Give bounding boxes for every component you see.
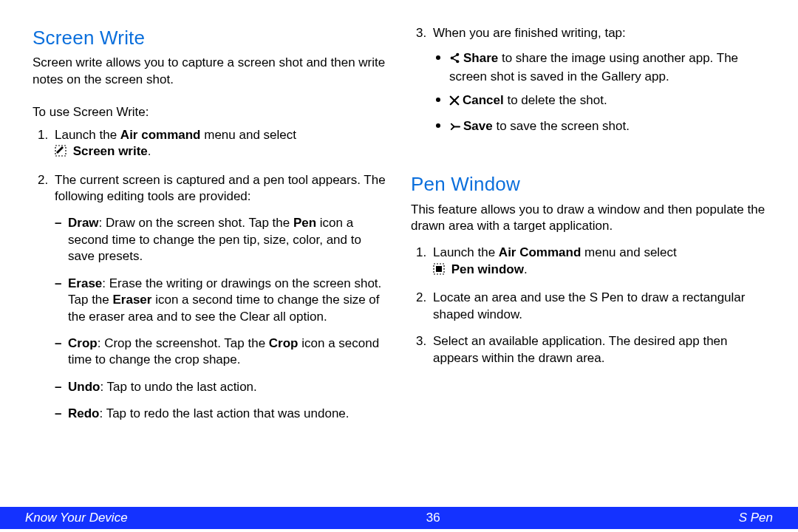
- pw-step1-bold: Air Command: [499, 245, 581, 259]
- footer-left: Know Your Device: [25, 510, 128, 526]
- draw-title: Draw: [68, 216, 99, 230]
- screen-write-step-3: When you are finished writing, tap: S: [430, 25, 765, 136]
- cancel-title: Cancel: [463, 93, 504, 107]
- redo-text: Tap to redo the last action that was und…: [106, 406, 349, 420]
- step2-text: The current screen is captured and a pen…: [55, 173, 386, 203]
- cancel-post: to delete the shot.: [504, 93, 607, 107]
- step3-text: When you are finished writing, tap:: [433, 26, 626, 40]
- tool-redo: Redo: Tap to redo the last action that w…: [55, 406, 387, 422]
- undo-text: Tap to undo the last action.: [107, 380, 257, 394]
- tool-draw: Draw: Draw on the screen shot. Tap the P…: [55, 215, 387, 265]
- heading-pen-window: Pen Window: [411, 171, 765, 197]
- footer-right: S Pen: [739, 510, 773, 526]
- pen-window-step-2: Locate an area and use the S Pen to draw…: [430, 290, 765, 323]
- footer-page-number: 36: [426, 510, 440, 526]
- crop-title: Crop: [68, 336, 98, 350]
- screen-write-step-1: Launch the Air command menu and select S…: [52, 127, 387, 162]
- save-icon: [449, 120, 460, 136]
- screen-write-icon-label: Screen write: [69, 144, 148, 158]
- tool-list: Draw: Draw on the screen shot. Tap the P…: [55, 215, 387, 422]
- section-spacer: [411, 146, 765, 171]
- pw-step1-post: menu and select: [581, 245, 676, 259]
- share-title: Share: [463, 51, 498, 65]
- manual-page: Screen Write Screen write allows you to …: [0, 0, 798, 532]
- pen-window-icon-label: Pen window: [448, 262, 524, 276]
- redo-title: Redo: [68, 406, 100, 420]
- right-column: When you are finished writing, tap: S: [411, 25, 765, 502]
- step1-bold: Air command: [120, 128, 201, 142]
- screen-write-steps: Launch the Air command menu and select S…: [33, 127, 387, 423]
- svg-rect-5: [436, 266, 442, 272]
- step1-pre: Launch the: [55, 128, 120, 142]
- share-icon: [449, 52, 460, 68]
- draw-bold: Pen: [293, 216, 316, 230]
- erase-bold: Eraser: [113, 293, 152, 307]
- two-column-layout: Screen Write Screen write allows you to …: [33, 25, 765, 502]
- tool-undo: Undo: Tap to undo the last action.: [55, 379, 387, 395]
- screen-write-intro: Screen write allows you to capture a scr…: [33, 55, 387, 88]
- crop-pre: Crop the screenshot. Tap the: [104, 336, 269, 350]
- heading-screen-write: Screen Write: [33, 25, 387, 50]
- to-use-screen-write: To use Screen Write:: [33, 104, 387, 120]
- step1-post: menu and select: [201, 128, 296, 142]
- tool-erase: Erase: Erase the writing or drawings on …: [55, 276, 387, 325]
- crop-bold: Crop: [269, 336, 299, 350]
- screen-write-step-2: The current screen is captured and a pen…: [52, 172, 387, 423]
- action-share: Share to share the image using another a…: [433, 50, 765, 85]
- draw-pre: Draw on the screen shot. Tap the: [106, 216, 293, 230]
- tool-crop: Crop: Crop the screenshot. Tap the Crop …: [55, 335, 387, 369]
- action-cancel: Cancel to delete the shot.: [433, 92, 765, 110]
- erase-title: Erase: [68, 276, 102, 290]
- cancel-icon: [449, 94, 460, 110]
- screen-write-steps-cont: When you are finished writing, tap: S: [411, 25, 765, 136]
- pen-window-intro: This feature allows you to draw a window…: [411, 202, 765, 235]
- left-column: Screen Write Screen write allows you to …: [33, 25, 387, 502]
- pen-window-icon: [433, 263, 445, 279]
- page-footer: Know Your Device 36 S Pen: [0, 507, 798, 529]
- screen-write-icon: [55, 145, 66, 161]
- save-post: to save the screen shot.: [493, 119, 630, 133]
- pen-window-steps: Launch the Air Command menu and select P…: [411, 245, 765, 366]
- pen-window-step-3: Select an available application. The des…: [430, 333, 765, 366]
- undo-title: Undo: [68, 380, 100, 394]
- pen-window-step-1: Launch the Air Command menu and select P…: [430, 245, 765, 279]
- pw-step1-pre: Launch the: [433, 245, 499, 259]
- save-title: Save: [463, 119, 493, 133]
- action-save: Save to save the screen shot.: [433, 118, 765, 136]
- finish-actions: Share to share the image using another a…: [433, 50, 765, 136]
